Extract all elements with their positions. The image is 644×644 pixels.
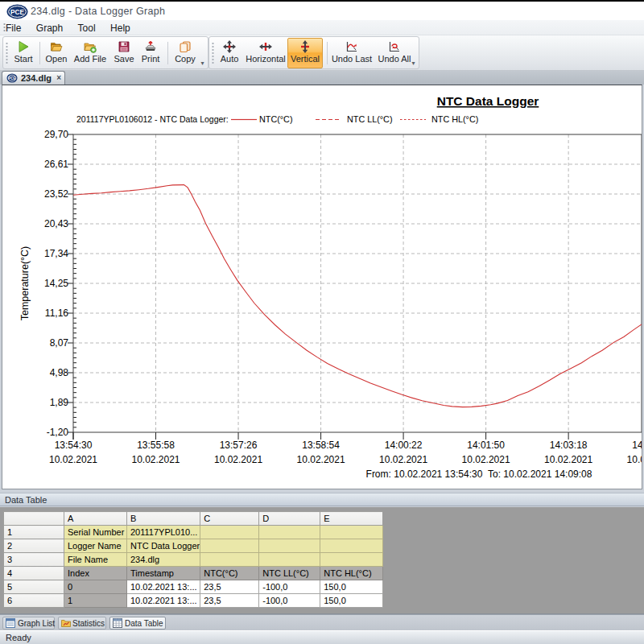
grid-cell[interactable]: Logger Name	[64, 539, 127, 553]
grid-row-5: 5 0 10.02.2021 13:... 23,5 -100,0 150,0	[4, 580, 383, 594]
copy-button[interactable]: Copy	[171, 39, 199, 68]
grid-cell[interactable]: 10.02.2021 13:...	[127, 594, 200, 608]
app-window: PCE 234.dlg - Data Logger Graph File Gra…	[0, 0, 644, 644]
tab-graph-list[interactable]: Graph List	[2, 617, 55, 630]
save-button[interactable]: Save	[110, 39, 138, 68]
grid-cell[interactable]: Index	[64, 567, 127, 580]
grid-cell[interactable]	[320, 526, 383, 539]
open-icon	[50, 40, 63, 53]
grid-cell[interactable]	[259, 539, 320, 553]
row-number[interactable]: 6	[4, 594, 64, 608]
svg-text:NTC Data Logger: NTC Data Logger	[437, 94, 539, 108]
grid-header-row: A B C D E	[4, 512, 383, 526]
menu-bar: File Graph Tool Help	[0, 20, 644, 35]
toolbar-group-zoom: Auto Horizontal Vertical	[208, 36, 419, 69]
add-file-button[interactable]: Add File	[72, 39, 109, 68]
add-file-icon	[84, 40, 97, 53]
grid-cell[interactable]: 23,5	[200, 580, 259, 594]
grid-col-d[interactable]: D	[259, 512, 320, 526]
toolbar-separator	[167, 42, 168, 64]
svg-text:10.02.2021: 10.02.2021	[49, 454, 97, 465]
print-button[interactable]: Print	[137, 39, 164, 68]
grid-cell[interactable]: 201117YPL010...	[127, 526, 200, 539]
grid-cell[interactable]	[259, 526, 320, 539]
grid-cell[interactable]	[200, 526, 259, 539]
svg-text:10.02.2021: 10.02.2021	[131, 454, 180, 465]
chart-panel: NTC Data Logger201117YPL0106012 - NTC Da…	[2, 85, 642, 489]
tab-234dlg[interactable]: PCE 234.dlg ×	[2, 71, 65, 85]
grid-cell[interactable]	[320, 553, 383, 567]
grid-cell[interactable]: 150,0	[320, 594, 383, 608]
toolbar-overflow-icon[interactable]: ▾	[199, 60, 206, 67]
svg-text:13:57:26: 13:57:26	[220, 440, 258, 451]
grid-cell[interactable]: NTC HL(°C)	[320, 567, 383, 580]
grid-col-c[interactable]: C	[200, 512, 259, 526]
grid-cell[interactable]: 150,0	[320, 580, 383, 594]
start-button[interactable]: Start	[10, 39, 37, 68]
svg-text:8,07: 8,07	[50, 337, 69, 349]
tab-data-table[interactable]: Data Table	[109, 617, 166, 630]
grid-row-2: 2 Logger Name NTC Data Logger	[4, 539, 383, 553]
statistics-icon	[61, 618, 71, 628]
grid-cell[interactable]: NTC LL(°C)	[259, 567, 320, 580]
toolbar-grip-icon	[6, 42, 8, 64]
svg-text:10.02.2021: 10.02.2021	[214, 454, 262, 465]
grid-corner-cell[interactable]	[4, 512, 64, 526]
svg-text:11,16: 11,16	[45, 308, 68, 319]
grid-cell[interactable]: NTC(°C)	[200, 567, 259, 580]
status-text: Ready	[6, 633, 31, 642]
horizontal-button[interactable]: Horizontal	[244, 39, 287, 68]
svg-text:23,52: 23,52	[44, 188, 68, 200]
svg-text:NTC(°C): NTC(°C)	[259, 114, 293, 124]
grid-col-e[interactable]: E	[320, 512, 383, 526]
row-number[interactable]: 4	[4, 567, 64, 580]
grid-cell[interactable]: NTC Data Logger	[127, 539, 200, 553]
tab-close-icon[interactable]: ×	[56, 73, 61, 82]
ntc-line-chart[interactable]: NTC Data Logger201117YPL0106012 - NTC Da…	[2, 85, 642, 489]
svg-text:201117YPL0106012 - NTC Data Lo: 201117YPL0106012 - NTC Data Logger:	[76, 114, 229, 124]
data-table-caption-label: Data Table	[5, 495, 47, 505]
svg-text:NTC HL(°C): NTC HL(°C)	[431, 114, 478, 124]
toolbar-group-file: Start Open Add File	[2, 36, 208, 69]
toolbar-overflow-icon[interactable]: ▾	[410, 60, 417, 67]
grid-col-a[interactable]: A	[64, 512, 127, 526]
grid-cell[interactable]: Serial Number	[64, 526, 127, 539]
svg-text:26,61: 26,61	[44, 159, 68, 170]
grid-row-6: 6 1 10.02.2021 13:... 23,5 -100,0 150,0	[4, 594, 383, 608]
grid-cell[interactable]: -100,0	[259, 580, 320, 594]
open-button[interactable]: Open	[42, 39, 71, 68]
menu-graph[interactable]: Graph	[31, 21, 68, 35]
grid-cell[interactable]: File Name	[64, 553, 127, 567]
grid-cell[interactable]: 0	[64, 580, 127, 594]
svg-text:14:01:50: 14:01:50	[467, 440, 505, 451]
row-number[interactable]: 5	[4, 580, 64, 594]
svg-text:NTC LL(°C): NTC LL(°C)	[347, 114, 393, 124]
menu-tool[interactable]: Tool	[72, 21, 101, 35]
grid-cell[interactable]	[320, 539, 383, 553]
undo-last-button[interactable]: Undo Last	[330, 39, 374, 68]
row-number[interactable]: 1	[4, 526, 64, 539]
toolbar-separator	[327, 42, 328, 64]
grid-row-3: 3 File Name 234.dlg	[4, 553, 383, 567]
vertical-button[interactable]: Vertical	[287, 38, 323, 68]
auto-icon	[223, 40, 236, 53]
grid-cell[interactable]: Timestamp	[127, 567, 200, 580]
undo-all-button[interactable]: Undo All	[376, 39, 413, 68]
grid-cell[interactable]: 23,5	[200, 594, 259, 608]
menu-help[interactable]: Help	[105, 21, 136, 35]
row-number[interactable]: 2	[4, 539, 64, 553]
data-grid[interactable]: A B C D E 1 Serial Number 201117YPL010..…	[3, 511, 383, 608]
grid-cell[interactable]	[259, 553, 320, 567]
grid-cell[interactable]: 234.dlg	[127, 553, 200, 567]
grid-cell[interactable]	[200, 539, 259, 553]
grid-cell[interactable]: 10.02.2021 13:...	[127, 580, 200, 594]
grid-cell[interactable]	[200, 553, 259, 567]
tab-statistics[interactable]: Statistics	[58, 617, 106, 630]
svg-text:10.02.2021: 10.02.2021	[627, 454, 642, 465]
menu-grip-icon	[3, 23, 6, 33]
grid-cell[interactable]: -100,0	[259, 594, 320, 608]
grid-cell[interactable]: 1	[64, 594, 127, 608]
row-number[interactable]: 3	[4, 553, 64, 567]
grid-col-b[interactable]: B	[127, 512, 200, 526]
auto-button[interactable]: Auto	[215, 39, 244, 68]
